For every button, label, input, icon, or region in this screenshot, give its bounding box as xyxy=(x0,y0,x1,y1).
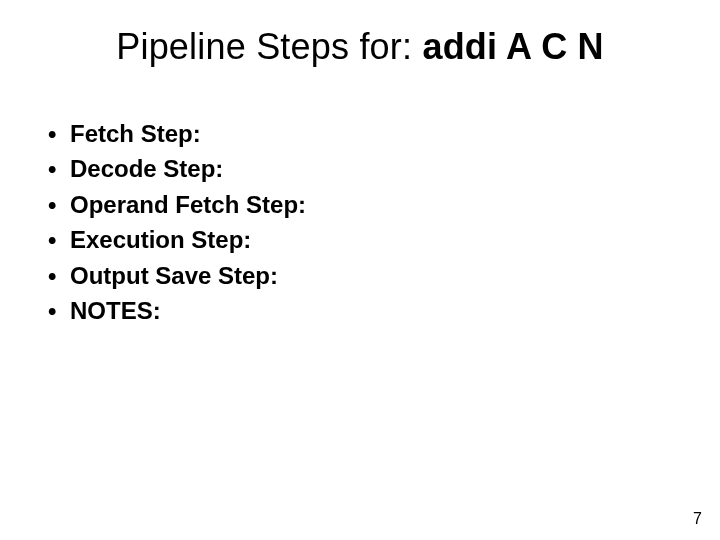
list-item: Execution Step: xyxy=(40,224,680,256)
page-number: 7 xyxy=(693,510,702,528)
list-item: NOTES: xyxy=(40,295,680,327)
list-item: Fetch Step: xyxy=(40,118,680,150)
step-label: Output Save Step: xyxy=(70,262,278,289)
step-label: Decode Step: xyxy=(70,155,223,182)
notes-list: NOTES: xyxy=(40,295,680,327)
step-label: Operand Fetch Step: xyxy=(70,191,306,218)
step-label: Execution Step: xyxy=(70,226,251,253)
title-instruction: addi A C N xyxy=(422,26,603,67)
list-item: Operand Fetch Step: xyxy=(40,189,680,221)
slide-title: Pipeline Steps for: addi A C N xyxy=(0,26,720,67)
slide: Pipeline Steps for: addi A C N Fetch Ste… xyxy=(0,0,720,540)
title-prefix: Pipeline Steps for: xyxy=(116,26,422,67)
step-label: Fetch Step: xyxy=(70,120,201,147)
list-item: Output Save Step: xyxy=(40,260,680,292)
notes-label: NOTES: xyxy=(70,297,161,324)
list-item: Decode Step: xyxy=(40,153,680,185)
pipeline-steps-list: Fetch Step: Decode Step: Operand Fetch S… xyxy=(40,118,680,292)
slide-body: Fetch Step: Decode Step: Operand Fetch S… xyxy=(40,118,680,330)
